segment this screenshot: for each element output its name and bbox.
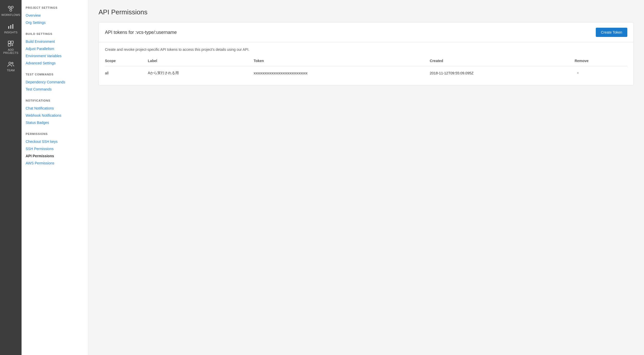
svg-rect-9 [8,41,11,43]
build-settings-section-title: BUILD SETTINGS [26,32,84,35]
sidebar-item-test-commands[interactable]: Test Commands [26,86,84,93]
permissions-section-title: PERMISSIONS [26,132,84,135]
svg-line-5 [11,8,12,9]
card-header: API tokens for :vcs-type/:username Creat… [99,23,633,42]
rail-item-workflows[interactable]: WORKFLOWS [0,2,22,19]
sidebar-item-webhook-notifications[interactable]: Webhook Notifications [26,112,84,119]
test-commands-section-title: TEST COMMANDS [26,73,84,76]
sidebar-item-advanced-settings[interactable]: Advanced Settings [26,60,84,67]
cell-token: xxxxxxxxxxxxxxxxxxxxxxxxxxxxxx [253,66,430,80]
col-created: Created [430,57,574,66]
cell-created: 2018-11-12T09:55:09.095Z [430,66,574,80]
left-rail: WORKFLOWS INSIGHTS ADD PROJECTS TEAM [0,0,22,355]
col-label: Label [148,57,253,66]
sidebar-item-chat-notifications[interactable]: Chat Notifications [26,105,84,112]
remove-token-button[interactable]: × [574,70,581,76]
table-body: all Aから実行される用 xxxxxxxxxxxxxxxxxxxxxxxxxx… [105,66,627,80]
col-token: Token [253,57,430,66]
card-description: Create and revoke project-specific API t… [105,47,627,52]
sidebar-item-ssh-permissions[interactable]: SSH Permissions [26,145,84,152]
svg-point-15 [12,62,13,64]
add-icon [7,40,14,47]
main-content: API Permissions API tokens for :vcs-type… [88,0,644,355]
sidebar-item-checkout-ssh-keys[interactable]: Checkout SSH keys [26,138,84,145]
sidebar-item-status-badges[interactable]: Status Badges [26,119,84,126]
card-body: Create and revoke project-specific API t… [99,42,633,85]
team-icon [7,61,14,68]
sidebar-item-api-permissions[interactable]: API Permissions [26,152,84,160]
rail-item-team[interactable]: TEAM [0,57,22,75]
api-tokens-card: API tokens for :vcs-type/:username Creat… [99,22,634,85]
svg-point-2 [10,9,12,11]
cell-remove: × [574,66,627,80]
workflows-icon [7,5,14,12]
sidebar-item-overview[interactable]: Overview [26,12,84,19]
svg-point-14 [9,62,11,64]
col-remove: Remove [574,57,627,66]
notifications-section-title: NOTIFICATIONS [26,99,84,102]
rail-item-insights-label: INSIGHTS [4,31,17,34]
sidebar-item-build-environment[interactable]: Build Environment [26,38,84,45]
svg-rect-11 [8,44,11,46]
rail-item-team-label: TEAM [7,69,15,72]
cell-scope: all [105,66,148,80]
rail-item-workflows-label: WORKFLOWS [1,13,20,16]
svg-line-4 [10,8,11,9]
svg-rect-8 [12,24,13,29]
sidebar: PROJECT SETTINGS Overview Org Settings B… [22,0,88,355]
svg-rect-6 [8,26,9,29]
api-tokens-table: Scope Label Token Created Remove all Aから… [105,57,627,80]
sidebar-item-environment-variables[interactable]: Environment Variables [26,52,84,60]
sidebar-item-adjust-parallelism[interactable]: Adjust Parallelism [26,45,84,52]
table-header: Scope Label Token Created Remove [105,57,627,66]
sidebar-item-aws-permissions[interactable]: AWS Permissions [26,160,84,167]
project-settings-section-title: PROJECT SETTINGS [26,6,84,9]
page-title: API Permissions [99,8,634,16]
sidebar-item-dependency-commands[interactable]: Dependency Commands [26,78,84,86]
card-header-title: API tokens for :vcs-type/:username [105,30,177,35]
cell-label: Aから実行される用 [148,66,253,80]
create-token-button[interactable]: Create Token [596,28,627,37]
rail-item-add-projects[interactable]: ADD PROJECTS [0,37,22,57]
rail-item-insights[interactable]: INSIGHTS [0,19,22,37]
svg-rect-10 [11,41,13,43]
insights-icon [7,23,14,30]
rail-item-add-projects-label: ADD PROJECTS [2,48,19,54]
table-row: all Aから実行される用 xxxxxxxxxxxxxxxxxxxxxxxxxx… [105,66,627,80]
col-scope: Scope [105,57,148,66]
svg-rect-7 [10,25,11,29]
sidebar-item-org-settings[interactable]: Org Settings [26,19,84,26]
